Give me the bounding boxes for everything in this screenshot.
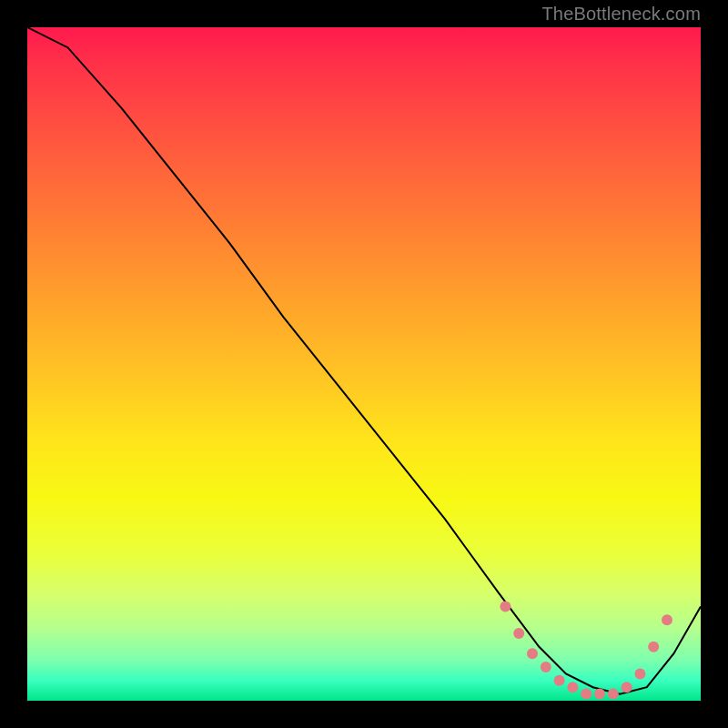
chart-svg <box>27 27 701 701</box>
curve-marker <box>594 689 605 700</box>
curve-marker <box>527 648 538 659</box>
watermark-text: TheBottleneck.com <box>541 4 701 25</box>
curve-marker <box>662 614 672 625</box>
curve-marker <box>567 682 578 693</box>
curve-marker <box>554 675 565 686</box>
figure: TheBottleneck.com <box>0 0 728 728</box>
curve-marker <box>634 668 645 679</box>
curve-line <box>27 27 701 694</box>
curve-marker <box>648 642 659 652</box>
curve-marker <box>500 601 511 612</box>
curve-marker <box>581 689 592 700</box>
curve-marker <box>608 689 619 700</box>
curve-marker <box>622 682 632 693</box>
curve-marker <box>513 628 524 639</box>
curve-marker <box>541 662 551 672</box>
plot-area <box>27 27 701 701</box>
